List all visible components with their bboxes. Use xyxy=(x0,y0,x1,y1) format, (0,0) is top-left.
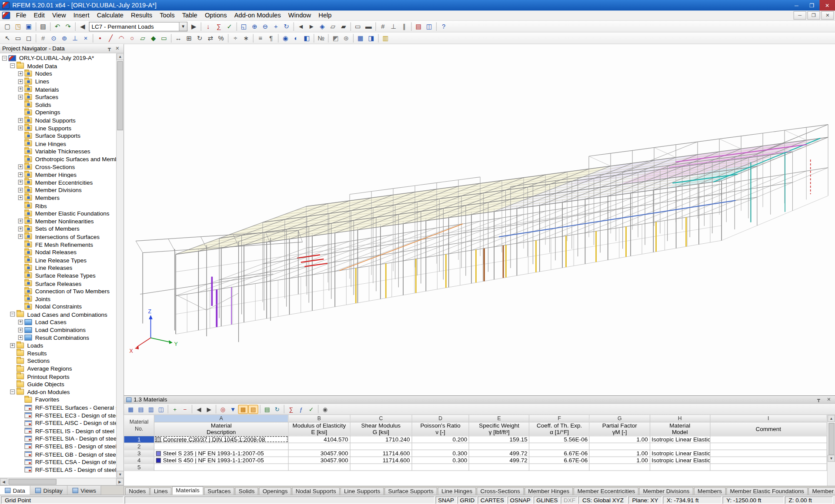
scroll-up-icon[interactable]: ▲ xyxy=(117,53,124,60)
menu-options[interactable]: Options xyxy=(201,10,230,20)
sheet-tab-lines[interactable]: Lines xyxy=(150,487,171,495)
undo-icon[interactable]: ↶ xyxy=(52,21,63,31)
menu-view[interactable]: View xyxy=(48,10,70,20)
function-fx-icon[interactable]: ƒ xyxy=(296,405,306,414)
status-toggle-cartes[interactable]: CARTES xyxy=(478,496,507,504)
material-description-cell[interactable]: Steel S 450 | NF EN 1993-1-1:2007-05 xyxy=(154,457,288,464)
tree-item-favorites[interactable]: Favorites xyxy=(0,396,124,404)
sheet-tab-surfaces[interactable]: Surfaces xyxy=(204,487,234,495)
filter-rows-icon[interactable]: ▼ xyxy=(228,405,238,414)
select-arrow-icon[interactable]: ↖ xyxy=(2,33,13,43)
pan-view-icon[interactable]: + xyxy=(271,21,281,31)
deselect-icon[interactable]: ◻ xyxy=(23,33,34,43)
guidelines-icon[interactable]: ∥ xyxy=(399,21,409,31)
show-supports-icon[interactable]: ⊥ xyxy=(388,21,399,31)
material-model-cell[interactable] xyxy=(650,464,710,471)
join-members-icon[interactable]: ∗ xyxy=(240,33,251,43)
specific-weight-cell[interactable] xyxy=(469,464,529,471)
menu-add-on-modules[interactable]: Add-on Modules xyxy=(230,10,284,20)
minimize-button[interactable]: ─ xyxy=(788,0,804,10)
new-circle-icon[interactable]: ○ xyxy=(127,33,137,43)
divide-line-icon[interactable]: ÷ xyxy=(230,33,240,43)
partial-factor-cell[interactable]: 1.00 xyxy=(589,457,650,464)
modulus-cell[interactable]: 4104.570 xyxy=(288,436,350,443)
calculator-icon[interactable]: ∑ xyxy=(286,405,296,414)
rotate-view-icon[interactable]: ↻ xyxy=(281,21,292,31)
panel-toggle-icon[interactable]: ◨ xyxy=(366,33,376,43)
shear-modulus-cell[interactable] xyxy=(350,464,412,471)
tree-item-surfaces[interactable]: +Surfaces xyxy=(0,93,124,101)
comment-cell[interactable] xyxy=(710,443,827,450)
zoom-in-icon[interactable]: ⊕ xyxy=(249,21,260,31)
tree-item-rf-steel-aisc-design-of-steel-members[interactable]: RF-STEEL AISC - Design of steel members xyxy=(0,419,124,427)
column-header-coeff-of-th-exp-1-f[interactable]: Coeff. of Th. Exp.α [1/°F] xyxy=(529,422,590,436)
sync-table-icon[interactable]: ↻ xyxy=(272,405,282,414)
thermal-expansion-cell[interactable] xyxy=(529,443,590,450)
next-load-case-icon[interactable]: ▶ xyxy=(188,21,199,31)
expand-icon[interactable]: + xyxy=(18,196,23,200)
column-letter-f[interactable]: F xyxy=(529,415,590,422)
tree-item-surface-releases[interactable]: Surface Releases xyxy=(0,279,124,287)
expand-icon[interactable]: + xyxy=(18,126,23,130)
modulus-cell[interactable] xyxy=(288,443,350,450)
expand-icon[interactable]: + xyxy=(18,172,23,177)
expand-icon[interactable]: + xyxy=(10,343,15,348)
tree-item-rf-steel-sia-design-of-steel-members[interactable]: RF-STEEL SIA - Design of steel members xyxy=(0,435,124,443)
tree-item-rf-steel-is-design-of-steel-members[interactable]: RF-STEEL IS - Design of steel members xyxy=(0,427,124,435)
show-loads-icon[interactable]: ↓ xyxy=(203,21,214,31)
sheet-tab-nodal-supports[interactable]: Nodal Supports xyxy=(292,487,340,495)
thermal-expansion-cell[interactable]: 5.56E-06 xyxy=(529,436,590,443)
print-graphic-icon[interactable]: ▤ xyxy=(413,21,424,31)
comment-cell[interactable] xyxy=(710,457,827,464)
status-toggle-grid[interactable]: GRID xyxy=(457,496,477,504)
tree-item-intersections-of-surfaces[interactable]: +Intersections of Surfaces xyxy=(0,233,124,241)
tree-item-result-combinations[interactable]: +Result Combinations xyxy=(0,334,124,342)
scroll-left-icon[interactable]: ◀ xyxy=(0,478,7,485)
menu-results[interactable]: Results xyxy=(127,10,156,20)
scrollbar-thumb[interactable] xyxy=(828,423,834,454)
tree-item-nodal-constraints[interactable]: Nodal Constraints xyxy=(0,303,124,311)
comment-cell[interactable] xyxy=(710,464,827,471)
column-letter-d[interactable]: D xyxy=(412,415,469,422)
tree-item-surface-release-types[interactable]: Surface Release Types xyxy=(0,272,124,279)
scroll-right-icon[interactable]: ▶ xyxy=(116,478,124,485)
column-header-comment[interactable]: Comment xyxy=(710,422,827,436)
tree-item-ribs[interactable]: Ribs xyxy=(0,202,124,209)
scrollbar-thumb[interactable] xyxy=(117,61,123,130)
new-surface-icon[interactable]: ▱ xyxy=(137,33,148,43)
expand-icon[interactable]: + xyxy=(18,165,23,169)
tree-item-rf-steel-gb-design-of-steel-members[interactable]: RF-STEEL GB - Design of steel members xyxy=(0,450,124,458)
expand-icon[interactable]: + xyxy=(18,180,23,185)
sheet-tab-surface-supports[interactable]: Surface Supports xyxy=(384,487,437,495)
copy-object-icon[interactable]: ⊞ xyxy=(184,33,194,43)
open-model-icon[interactable]: ◳ xyxy=(13,21,23,31)
expand-icon[interactable]: + xyxy=(18,335,23,340)
tree-item-printout-reports[interactable]: Printout Reports xyxy=(0,373,124,381)
object-snap-middle-icon[interactable]: ⊚ xyxy=(59,33,70,43)
shear-modulus-cell[interactable]: 11714.600 xyxy=(350,450,412,457)
clipping-plane-icon[interactable]: ◧ xyxy=(301,33,312,43)
column-letter-h[interactable]: H xyxy=(650,415,710,422)
column-header-partial-factor-m[interactable]: Partial FactorγM [-] xyxy=(589,422,650,436)
partial-factor-cell[interactable] xyxy=(589,443,650,450)
close-button[interactable]: ✕ xyxy=(819,0,835,10)
tree-item-fe-mesh-refinements[interactable]: FE Mesh Refinements xyxy=(0,241,124,249)
row-number[interactable]: 5 xyxy=(124,464,154,471)
menu-calculate[interactable]: Calculate xyxy=(93,10,127,20)
table-vertical-scrollbar[interactable]: ▲ ▼ xyxy=(827,415,835,486)
tree-item-rf-steel-bs-design-of-steel-members[interactable]: RF-STEEL BS - Design of steel members xyxy=(0,442,124,450)
print-icon[interactable]: ▤ xyxy=(38,21,48,31)
scroll-down-icon[interactable]: ▼ xyxy=(828,455,835,462)
check-model-icon[interactable]: ✓ xyxy=(224,21,235,31)
shear-modulus-cell[interactable]: 1710.240 xyxy=(350,436,412,443)
partial-factor-cell[interactable]: 1.00 xyxy=(589,450,650,457)
previous-view-icon[interactable]: ◄ xyxy=(296,21,306,31)
tree-item-variable-thicknesses[interactable]: Variable Thicknesses xyxy=(0,147,124,155)
sheet-tab-line-hinges[interactable]: Line Hinges xyxy=(438,487,476,495)
partial-view-icon[interactable]: ◐ xyxy=(291,33,301,43)
sheet-tab-nodes[interactable]: Nodes xyxy=(125,487,150,495)
object-snap-perpendicular-icon[interactable]: ⊥ xyxy=(70,33,80,43)
menu-tools[interactable]: Tools xyxy=(156,10,178,20)
menu-edit[interactable]: Edit xyxy=(30,10,48,20)
partial-factor-cell[interactable]: 1.00 xyxy=(589,436,650,443)
